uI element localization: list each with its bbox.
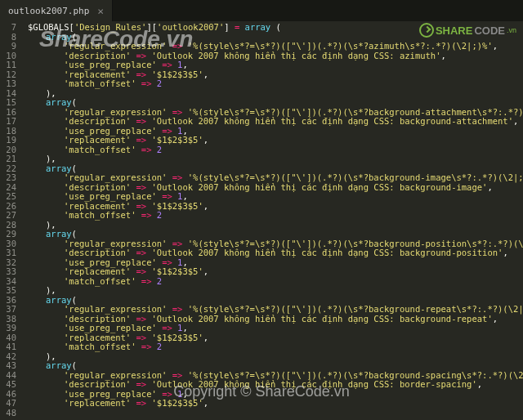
code-line: ), [23, 352, 523, 362]
code-line: 'match_offset' => 2 [23, 145, 523, 155]
line-number: 33 [3, 267, 16, 277]
line-number: 21 [3, 154, 16, 164]
tab-filename: outlook2007.php [8, 6, 89, 16]
line-number: 25 [3, 192, 16, 202]
line-number: 31 [3, 248, 16, 258]
line-number: 27 [3, 211, 16, 221]
code-line: ), [23, 286, 523, 296]
line-number: 7 [3, 23, 16, 33]
close-icon[interactable]: × [97, 5, 104, 17]
code-area[interactable]: $GLOBALS['Design_Rules']['outlook2007'] … [23, 21, 523, 420]
code-line: 'match_offset' => 2 [23, 79, 523, 89]
code-line: ), [23, 154, 523, 164]
code-line: 'match_offset' => 2 [23, 211, 523, 221]
line-number: 45 [3, 380, 16, 390]
line-number: 13 [3, 79, 16, 89]
line-gutter: 7891011121314151617181920212223242526272… [0, 21, 23, 420]
line-number: 19 [3, 136, 16, 145]
code-line: ), [23, 221, 523, 230]
code-line: 'match_offset' => 2 [23, 342, 523, 352]
line-number: 37 [3, 305, 16, 315]
code-line: 'match_offset' => 2 [23, 277, 523, 287]
code-line: ), [23, 89, 523, 99]
line-number: 39 [3, 324, 16, 333]
line-number: 15 [3, 98, 16, 108]
line-number: 23 [3, 173, 16, 183]
editor: 7891011121314151617181920212223242526272… [0, 21, 523, 420]
line-number: 9 [3, 42, 16, 51]
line-number: 47 [3, 399, 16, 409]
line-number: 35 [3, 286, 16, 296]
tab-bar: outlook2007.php × [0, 0, 523, 21]
code-line: 'replacement' => '$1$2$3$5', [23, 399, 523, 409]
tab-active[interactable]: outlook2007.php × [0, 0, 113, 21]
line-number: 17 [3, 117, 16, 127]
code-line: $GLOBALS['Design_Rules']['outlook2007'] … [23, 23, 523, 33]
line-number: 29 [3, 230, 16, 239]
line-number: 48 [3, 409, 16, 418]
line-number: 11 [3, 60, 16, 70]
line-number: 41 [3, 342, 16, 352]
line-number: 43 [3, 361, 16, 371]
